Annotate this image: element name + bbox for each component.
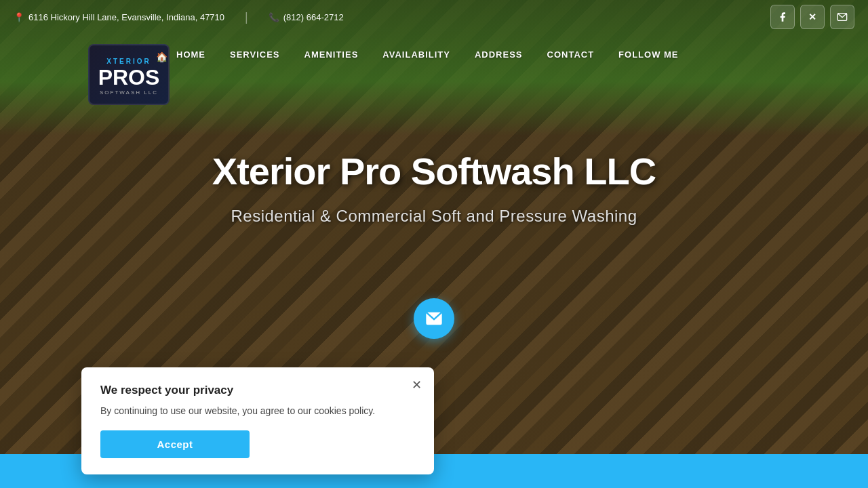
email-button[interactable] bbox=[830, 5, 854, 29]
facebook-button[interactable] bbox=[770, 5, 795, 29]
mail-icon bbox=[425, 309, 443, 328]
twitter-button[interactable]: ✕ bbox=[800, 5, 825, 29]
nav-item-services[interactable]: SERVICES bbox=[230, 48, 280, 60]
hero-content: Xterior Pro Softwash LLC Residential & C… bbox=[0, 149, 868, 226]
logo[interactable]: XTERIOR 🏠 PROS SOFTWASH LLC bbox=[81, 41, 176, 108]
top-bar-contact: 6116 Hickory Hill Lane, Evansville, Indi… bbox=[14, 10, 344, 24]
logo-sub-text: SOFTWASH LLC bbox=[100, 89, 158, 96]
hero-section: 6116 Hickory Hill Lane, Evansville, Indi… bbox=[0, 0, 868, 488]
cookie-accept-button[interactable]: Accept bbox=[100, 430, 250, 458]
address-item: 6116 Hickory Hill Lane, Evansville, Indi… bbox=[14, 12, 224, 22]
nav-link-follow-me[interactable]: FOLLOW ME bbox=[618, 49, 678, 60]
contact-mail-button[interactable] bbox=[414, 298, 454, 339]
logo-xtop: XTERIOR bbox=[106, 58, 151, 65]
social-buttons: ✕ bbox=[770, 5, 854, 29]
hero-subtitle: Residential & Commercial Soft and Pressu… bbox=[14, 207, 854, 226]
cookie-close-button[interactable]: ✕ bbox=[408, 377, 425, 393]
nav-item-availability[interactable]: AVAILABILITY bbox=[382, 48, 450, 60]
nav-item-contact[interactable]: CONTACT bbox=[547, 48, 595, 60]
divider: | bbox=[245, 10, 248, 24]
nav-link-home[interactable]: HOME bbox=[176, 49, 205, 60]
logo-main-text: PROS bbox=[98, 66, 160, 88]
phone-text: (812) 664-2712 bbox=[283, 12, 344, 22]
hero-title: Xterior Pro Softwash LLC bbox=[14, 149, 854, 193]
nav-link-availability[interactable]: AVAILABILITY bbox=[382, 49, 450, 60]
nav-links: HOME SERVICES AMENITIES AVAILABILITY ADD… bbox=[176, 48, 679, 60]
nav-item-address[interactable]: ADDRESS bbox=[475, 48, 523, 60]
phone-item: (812) 664-2712 bbox=[269, 12, 344, 22]
twitter-icon: ✕ bbox=[808, 12, 816, 22]
cookie-notice: ✕ We respect your privacy By continuing … bbox=[81, 367, 434, 474]
top-bar: 6116 Hickory Hill Lane, Evansville, Indi… bbox=[0, 0, 868, 34]
nav-link-amenities[interactable]: AMENITIES bbox=[304, 49, 359, 60]
phone-icon bbox=[269, 12, 279, 22]
pin-icon bbox=[14, 12, 24, 22]
nav-item-home[interactable]: HOME bbox=[176, 48, 205, 60]
nav-link-contact[interactable]: CONTACT bbox=[547, 49, 595, 60]
nav-item-amenities[interactable]: AMENITIES bbox=[304, 48, 359, 60]
nav-link-address[interactable]: ADDRESS bbox=[475, 49, 523, 60]
nav-link-services[interactable]: SERVICES bbox=[230, 49, 280, 60]
logo-house-icon: 🏠 bbox=[156, 52, 167, 62]
address-text: 6116 Hickory Hill Lane, Evansville, Indi… bbox=[28, 12, 224, 22]
nav-item-follow-me[interactable]: FOLLOW ME bbox=[618, 48, 678, 60]
cookie-title: We respect your privacy bbox=[100, 384, 415, 397]
cookie-body: By continuing to use our website, you ag… bbox=[100, 404, 415, 418]
logo-inner: XTERIOR 🏠 PROS SOFTWASH LLC bbox=[88, 44, 170, 105]
